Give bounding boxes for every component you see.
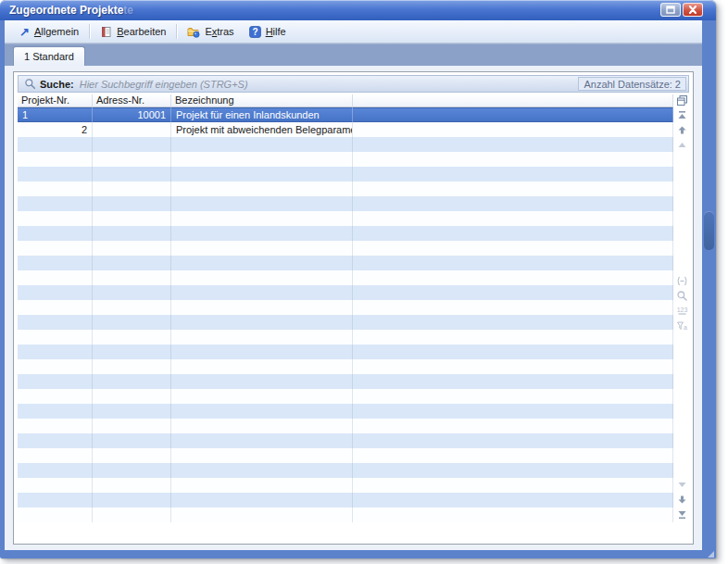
cell <box>353 256 673 270</box>
cell <box>18 300 93 315</box>
cell <box>353 152 673 167</box>
cell: Projekt mit abweichenden Belegparametern <box>171 122 353 137</box>
table-row-empty[interactable] <box>18 256 673 270</box>
column-header-projekt-nr-[interactable]: Projekt-Nr. <box>18 94 93 107</box>
menu-item-extras[interactable]: Extras <box>180 23 241 41</box>
tab-1-standard[interactable]: 1 Standard <box>13 46 85 66</box>
cell <box>93 182 171 196</box>
table-row-empty[interactable] <box>18 285 673 300</box>
table-row-empty[interactable] <box>18 404 673 419</box>
table-row-empty[interactable] <box>18 137 673 152</box>
cell <box>353 419 673 433</box>
cell <box>93 241 171 256</box>
cell <box>353 359 673 374</box>
column-header-empty[interactable] <box>353 94 673 107</box>
table-row[interactable]: 2Projekt mit abweichenden Belegparameter… <box>18 122 673 137</box>
cell <box>18 137 93 152</box>
cell <box>171 256 353 270</box>
column-chooser-icon[interactable] <box>675 94 688 107</box>
zoom-icon[interactable] <box>675 290 688 302</box>
cell <box>18 478 93 493</box>
cell <box>18 433 93 448</box>
record-count-badge: Anzahl Datensätze: 2 <box>578 77 686 91</box>
cell <box>18 152 93 167</box>
table-row-empty[interactable] <box>18 182 673 196</box>
resize-grip[interactable] <box>708 551 714 558</box>
cell <box>18 493 93 508</box>
table-row-empty[interactable] <box>18 389 673 404</box>
menu-label: Hilfe <box>266 26 286 37</box>
table-row-empty[interactable] <box>18 330 673 345</box>
cell <box>93 211 171 226</box>
cell <box>353 478 673 493</box>
cell: 2 <box>18 122 93 137</box>
sum-icon[interactable]: 123 <box>675 305 688 317</box>
table-row-empty[interactable] <box>18 226 673 241</box>
column-header-adress-nr-[interactable]: Adress-Nr. <box>93 94 171 107</box>
cell <box>18 508 93 522</box>
table-row-empty[interactable] <box>18 419 673 433</box>
arrow-up-right-icon: ↗ <box>19 26 30 38</box>
cell <box>93 226 171 241</box>
cell <box>171 433 353 448</box>
table-row-empty[interactable] <box>18 359 673 374</box>
cell <box>353 167 673 182</box>
table-row-empty[interactable] <box>18 241 673 256</box>
table-row-empty[interactable] <box>18 448 673 463</box>
filter-icon[interactable]: a <box>675 320 688 332</box>
cell <box>353 345 673 359</box>
titlebar[interactable]: Zugeordnete Projektete <box>0 0 716 20</box>
cell <box>353 270 673 285</box>
fit-column-width-icon[interactable] <box>675 275 688 287</box>
restore-button[interactable] <box>660 3 681 17</box>
table-row-empty[interactable] <box>18 508 673 522</box>
menu-item-allgemein[interactable]: ↗ Allgemein <box>12 23 86 41</box>
cell <box>18 374 93 389</box>
svg-text:123: 123 <box>676 307 687 313</box>
table-row-empty[interactable] <box>18 211 673 226</box>
cell <box>18 211 93 226</box>
close-button[interactable] <box>683 3 703 17</box>
menu-item-bearbeiten[interactable]: Bearbeiten <box>93 23 173 41</box>
cell <box>93 285 171 300</box>
cell <box>18 285 93 300</box>
cell <box>171 478 353 493</box>
table-row-empty[interactable] <box>18 300 673 315</box>
table-row-empty[interactable] <box>18 196 673 211</box>
column-header-bezeichnung[interactable]: Bezeichnung <box>171 94 353 107</box>
table-row-empty[interactable] <box>18 152 673 167</box>
cell <box>93 270 171 285</box>
table-row-empty[interactable] <box>18 478 673 493</box>
go-to-top-icon[interactable] <box>675 109 688 121</box>
table-row-empty[interactable] <box>18 463 673 478</box>
table-row-empty[interactable] <box>18 315 673 330</box>
table-row-empty[interactable] <box>18 374 673 389</box>
scroll-down-icon[interactable] <box>675 479 688 491</box>
content-area: Suche: Anzahl Datensätze: 2 Projekt-Nr.A… <box>5 66 702 550</box>
table-row-empty[interactable] <box>18 493 673 508</box>
cell <box>171 270 353 285</box>
cell <box>93 404 171 419</box>
window-edge-grip[interactable] <box>704 211 714 250</box>
cell <box>18 404 93 419</box>
cell <box>18 167 93 182</box>
move-up-icon[interactable] <box>675 124 688 136</box>
move-down-icon[interactable] <box>675 494 688 506</box>
menu-item-hilfe[interactable]: ? Hilfe <box>242 23 294 41</box>
table-row[interactable]: 110001Projekt für einen Inlandskunden <box>18 107 673 122</box>
cell <box>93 152 171 167</box>
search-input[interactable] <box>80 79 579 90</box>
go-to-bottom-icon[interactable] <box>675 508 688 520</box>
grid-side-toolbar: 123 a <box>675 94 689 522</box>
menu-label: Allgemein <box>34 26 79 37</box>
table-row-empty[interactable] <box>18 433 673 448</box>
scroll-up-icon[interactable] <box>675 139 688 151</box>
table-row-empty[interactable] <box>18 345 673 359</box>
cell <box>93 463 171 478</box>
table-row-empty[interactable] <box>18 270 673 285</box>
table-row-empty[interactable] <box>18 167 673 182</box>
cell <box>171 374 353 389</box>
cell <box>171 330 353 345</box>
cell <box>171 389 353 404</box>
cell <box>93 137 171 152</box>
